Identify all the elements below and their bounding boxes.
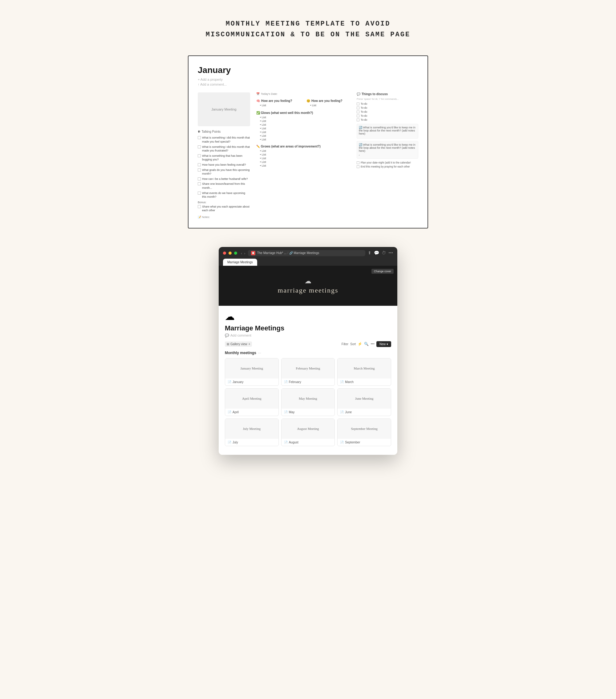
card-june-label: June xyxy=(345,410,352,414)
card-june-preview: June Meeting xyxy=(338,388,391,409)
card-february[interactable]: February Meeting 📄 February xyxy=(281,358,335,386)
grows-bullet-4: List xyxy=(260,160,351,163)
bolt-icon[interactable]: ⚡ xyxy=(357,342,362,346)
page-title: MONTHLY MEETING TEMPLATE TO AVOID MISCOM… xyxy=(206,18,410,40)
back-icon[interactable]: ‹ xyxy=(241,251,242,255)
card-february-footer: 📄 February xyxy=(281,379,335,385)
end-items: Plan your date-night (add it to the cale… xyxy=(357,161,418,168)
page-icon-january: 📄 xyxy=(227,380,231,384)
page-icon-september: 📄 xyxy=(340,441,344,444)
card-march[interactable]: March Meeting 📄 March xyxy=(337,358,391,386)
checkbox-1[interactable] xyxy=(198,145,201,148)
more-icon[interactable]: ••• xyxy=(389,251,393,255)
todo-checkbox-2[interactable] xyxy=(357,110,359,113)
card-january-preview: January Meeting xyxy=(225,358,278,379)
card-april[interactable]: April Meeting 📄 April xyxy=(225,388,279,416)
checklist-item-0: What is something I did this month that … xyxy=(198,136,250,144)
checkbox-7[interactable] xyxy=(198,192,201,195)
checkbox-0[interactable] xyxy=(198,136,201,139)
person1-feelings: 🧠 How are you feeling? List xyxy=(256,97,300,107)
add-property-link[interactable]: + Add a property xyxy=(198,78,418,81)
filter-button[interactable]: Filter xyxy=(342,342,348,346)
checkbox-3[interactable] xyxy=(198,163,201,166)
card-june[interactable]: June Meeting 📄 June xyxy=(337,388,391,416)
glows-header: ✅ Glows (what went well this month?) xyxy=(256,111,351,115)
checkbox-2[interactable] xyxy=(198,154,201,157)
page-icon-february: 📄 xyxy=(284,380,288,384)
comments-icon[interactable]: 💬 xyxy=(374,250,379,255)
feeling-header-1: 🧠 How are you feeling? xyxy=(256,99,300,103)
checklist-item-1: What is something I did this month that … xyxy=(198,145,250,153)
card-september[interactable]: September Meeting 📄 September xyxy=(337,419,391,446)
db-comment[interactable]: 💬 Add comment xyxy=(225,333,391,338)
todo-checkbox-4[interactable] xyxy=(357,119,359,121)
card-april-label: April xyxy=(233,410,239,414)
cover-title: marriage meetings xyxy=(277,286,338,294)
card-may[interactable]: May Meeting 📄 May xyxy=(281,388,335,416)
todo-checkbox-0[interactable] xyxy=(357,103,359,105)
timer-icon[interactable]: ⏱ xyxy=(382,251,386,255)
card-january[interactable]: January Meeting 📄 January xyxy=(225,358,279,386)
checkbox-bonus[interactable] xyxy=(198,205,201,208)
end-checkbox-1[interactable] xyxy=(357,166,359,168)
todo-checkbox-1[interactable] xyxy=(357,107,359,109)
url-part1: The Marriage Hub* ... / 🔗 Marriage Meeti… xyxy=(257,251,319,255)
glows-bullet-2: List xyxy=(260,119,351,122)
card-march-preview: March Meeting xyxy=(338,358,391,379)
glows-bullet-1: List xyxy=(260,116,351,119)
forward-icon[interactable]: › xyxy=(244,251,245,255)
checkbox-6[interactable] xyxy=(198,182,201,185)
notion-cover: Change cover ☁ marriage meetings xyxy=(219,266,397,306)
card-june-footer: 📄 June xyxy=(338,409,391,416)
active-tab[interactable]: Marriage Meetings xyxy=(223,259,257,266)
checklist-item-4: What goals do you have this upcoming mon… xyxy=(198,168,250,176)
card-march-label: March xyxy=(345,380,354,384)
sort-button[interactable]: Sort xyxy=(350,342,356,346)
close-dot[interactable] xyxy=(223,252,226,255)
checkbox-5[interactable] xyxy=(198,177,201,181)
nav-icons: ‹ › xyxy=(241,251,246,255)
gallery-icon: ⊞ xyxy=(227,342,229,346)
options-icon[interactable]: ••• xyxy=(370,342,375,346)
end-item-1: End this meeting by praying for each oth… xyxy=(357,165,418,168)
card-january-label: January xyxy=(233,380,244,384)
card-may-label: May xyxy=(289,410,295,414)
todo-item-1: To-do xyxy=(357,106,418,109)
minimize-dot[interactable] xyxy=(228,252,232,255)
glows-bullet-3: List xyxy=(260,123,351,126)
card-january-footer: 📄 January xyxy=(225,379,278,385)
grows-header: ✏️ Grows (what are areas of improvement?… xyxy=(256,145,351,148)
card-july-footer: 📄 July xyxy=(225,439,278,446)
page-icon-june: 📄 xyxy=(340,410,344,414)
card-august[interactable]: August Meeting 📄 August xyxy=(281,419,335,446)
card-september-label: September xyxy=(345,441,360,444)
change-cover-button[interactable]: Change cover xyxy=(371,269,394,274)
page-icon-august: 📄 xyxy=(284,441,288,444)
glows-bullet-4: List xyxy=(260,127,351,130)
notion-app-body: ☁ Marriage Meetings 💬 Add comment ⊞ Gall… xyxy=(219,306,397,455)
person2-feelings: 😊 How are you feeling? List xyxy=(306,97,351,107)
right-column: 💬 Things to discuss Press 'space' for Al… xyxy=(357,92,418,219)
checklist-item-3: How have you been feeling overall? xyxy=(198,163,250,167)
gallery-view-button[interactable]: ⊞ Gallery view + xyxy=(225,342,252,347)
bonus-label: Bonus: xyxy=(198,201,250,204)
loop-box-1: 🔄 What is something you'd like to keep m… xyxy=(357,124,418,139)
checkbox-4[interactable] xyxy=(198,169,201,172)
card-february-preview: February Meeting xyxy=(281,358,335,379)
share-icon[interactable]: ⬆ xyxy=(368,250,371,255)
card-july[interactable]: July Meeting 📄 July xyxy=(225,419,279,446)
card-april-preview: April Meeting xyxy=(225,388,278,409)
maximize-dot[interactable] xyxy=(234,252,237,255)
search-icon[interactable]: 🔍 xyxy=(364,342,369,346)
checklist-item-5: How can I be a better husband/ wife? xyxy=(198,177,250,181)
new-button[interactable]: New ▾ xyxy=(376,341,391,347)
todo-checkbox-3[interactable] xyxy=(357,115,359,117)
db-title: Marriage Meetings xyxy=(225,324,391,332)
grows-bullet-2: List xyxy=(260,153,351,156)
add-comment-link[interactable]: ↑ Add a comment... xyxy=(198,82,418,86)
card-september-footer: 📄 September xyxy=(338,439,391,446)
end-checkbox-0[interactable] xyxy=(357,161,359,164)
card-april-footer: 📄 April xyxy=(225,409,278,416)
address-bar[interactable]: 📋 The Marriage Hub* ... / 🔗 Marriage Mee… xyxy=(248,250,366,256)
todo-item-0: To-do xyxy=(357,102,418,105)
